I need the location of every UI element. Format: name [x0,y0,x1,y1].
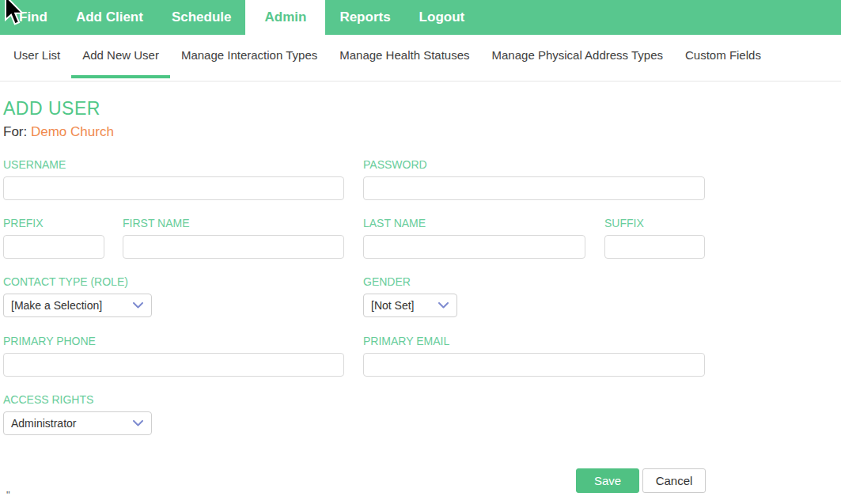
contact-type-label: CONTACT TYPE (ROLE) [3,275,152,288]
cancel-button[interactable]: Cancel [642,468,706,493]
username-label: USERNAME [3,158,344,171]
top-navigation: Find Add Client Schedule Admin Reports L… [0,0,841,35]
nav-item-logout[interactable]: Logout [405,0,479,35]
contact-type-field-group: CONTACT TYPE (ROLE) [Make a Selection] [3,275,152,317]
password-label: PASSWORD [363,158,705,171]
prefix-label: PREFIX [3,217,104,229]
admin-sub-navigation: User List Add New User Manage Interactio… [0,35,841,81]
nav-item-reports[interactable]: Reports [325,0,404,35]
chevron-down-icon [133,420,143,426]
subnav-item-manage-interaction-types[interactable]: Manage Interaction Types [170,35,328,78]
page-title: ADD USER [3,98,100,119]
contact-type-selected-value: [Make a Selection] [11,299,102,312]
access-rights-select[interactable]: Administrator [3,411,152,435]
primary-phone-input[interactable] [3,353,344,377]
suffix-field-group: SUFFIX [604,217,705,259]
nav-item-admin[interactable]: Admin [245,0,325,40]
save-button[interactable]: Save [576,468,639,493]
first-name-input[interactable] [123,235,344,259]
username-field-group: USERNAME [3,158,344,200]
primary-phone-label: PRIMARY PHONE [3,335,344,347]
gender-selected-value: [Not Set] [371,299,414,312]
password-field-group: PASSWORD [363,158,705,200]
primary-email-input[interactable] [363,353,705,377]
nav-item-add-client[interactable]: Add Client [62,0,157,35]
access-rights-selected-value: Administrator [11,417,76,430]
subnav-item-custom-fields[interactable]: Custom Fields [674,35,772,78]
page: Find Add Client Schedule Admin Reports L… [0,0,841,504]
subnav-item-manage-physical-address-types[interactable]: Manage Physical Address Types [481,35,675,78]
subnav-item-user-list[interactable]: User List [2,35,71,78]
suffix-input[interactable] [604,235,705,259]
for-label: For: [3,124,27,139]
prefix-input[interactable] [3,235,104,259]
nav-item-find[interactable]: Find [5,0,62,35]
gender-field-group: GENDER [Not Set] [363,275,457,317]
last-name-label: LAST NAME [363,217,585,229]
access-rights-label: ACCESS RIGHTS [3,393,152,406]
subnav-item-add-new-user[interactable]: Add New User [71,35,170,78]
gender-select[interactable]: [Not Set] [363,294,457,317]
prefix-field-group: PREFIX [3,217,104,259]
password-input[interactable] [363,176,705,200]
subnav-item-manage-health-statuses[interactable]: Manage Health Statuses [328,35,480,78]
org-name-link[interactable]: Demo Church [31,124,114,139]
suffix-label: SUFFIX [604,217,705,229]
for-line: For: Demo Church [3,124,114,140]
access-rights-field-group: ACCESS RIGHTS Administrator [3,393,152,435]
contact-type-select[interactable]: [Make a Selection] [3,294,152,317]
gender-label: GENDER [363,275,457,288]
primary-phone-field-group: PRIMARY PHONE [3,335,344,377]
chevron-down-icon [133,302,143,309]
primary-email-field-group: PRIMARY EMAIL [363,335,705,377]
first-name-label: FIRST NAME [123,217,344,229]
stray-quote-text: " [6,489,10,501]
nav-item-schedule[interactable]: Schedule [157,0,246,35]
username-input[interactable] [3,176,344,200]
first-name-field-group: FIRST NAME [123,217,344,259]
last-name-input[interactable] [363,235,585,259]
last-name-field-group: LAST NAME [363,217,585,259]
chevron-down-icon [438,302,449,309]
primary-email-label: PRIMARY EMAIL [363,335,705,347]
